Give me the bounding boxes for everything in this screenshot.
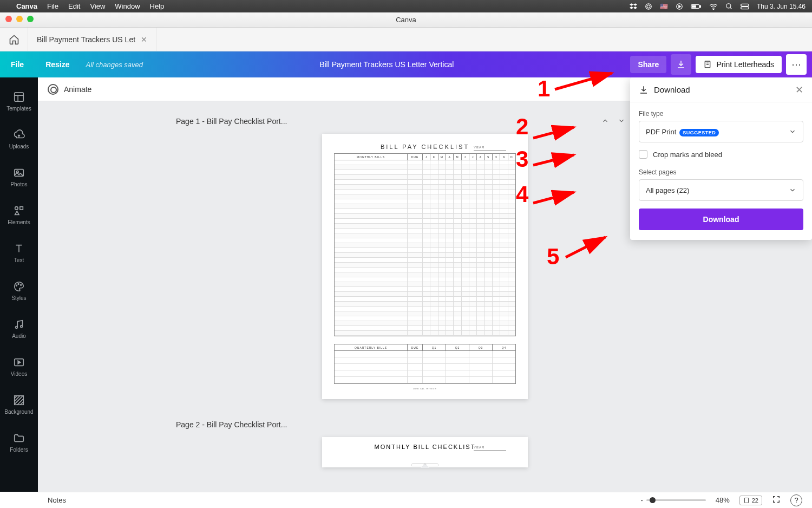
folders-icon [12, 432, 25, 445]
save-status: All changes saved [86, 61, 143, 69]
crop-marks-checkbox[interactable]: Crop marks and bleed [639, 150, 803, 159]
sidebar-item-text[interactable]: Text [0, 235, 38, 270]
page-1-label: Page 1 - Bill Pay Checklist Port... [176, 117, 287, 126]
sidebar-item-photos[interactable]: Photos [0, 159, 38, 194]
window-titlebar: Canva [0, 12, 812, 28]
crop-marks-label: Crop marks and bleed [653, 151, 722, 159]
menubar-edit[interactable]: Edit [68, 2, 80, 10]
file-type-select[interactable]: PDF PrintSUGGESTED [639, 121, 803, 142]
sidebar-item-audio[interactable]: Audio [0, 310, 38, 346]
sidebar-item-uploads[interactable]: Uploads [0, 121, 38, 157]
sidebar-item-templates[interactable]: Templates [0, 83, 38, 119]
year-label: YEAR [474, 146, 506, 151]
tab-label: Bill Payment Trackers US Let [37, 35, 135, 44]
menubar-file[interactable]: File [47, 2, 58, 10]
download-button[interactable]: Download [639, 209, 803, 230]
svg-point-24 [16, 326, 18, 328]
sidebar-item-videos[interactable]: Videos [0, 348, 38, 384]
more-button[interactable]: ⋯ [786, 54, 807, 75]
svg-point-21 [16, 285, 17, 286]
sidebar-item-folders[interactable]: Folders [0, 424, 38, 460]
document-title[interactable]: Bill Payment Trackers US Letter Vertical [154, 60, 619, 69]
svg-rect-33 [744, 498, 748, 503]
close-panel-icon[interactable]: ✕ [795, 84, 803, 96]
menubar-clock[interactable]: Thu 3. Jun 15.46 [757, 3, 806, 10]
share-button[interactable]: Share [630, 56, 666, 73]
traffic-lights[interactable] [5, 16, 34, 22]
spotlight-icon[interactable] [725, 3, 733, 10]
svg-point-22 [18, 283, 19, 284]
uploads-icon [12, 128, 25, 141]
print-button[interactable]: Print Letterheads [696, 56, 782, 73]
page-1-canvas[interactable]: BILL PAY CHECKLIST YEAR MONTHLY BILLS DU… [322, 134, 528, 399]
main-toolbar: File Resize All changes saved Bill Payme… [0, 51, 812, 77]
zoom-slider[interactable]: - [640, 496, 705, 504]
window-title: Canva [396, 16, 416, 24]
svg-point-1 [647, 5, 650, 8]
sidebar-item-background[interactable]: Background [0, 386, 38, 422]
page-indicator[interactable]: 22 [739, 496, 762, 505]
notes-button[interactable]: Notes [48, 496, 66, 504]
download-panel-title: Download [654, 85, 690, 94]
background-icon [12, 394, 25, 407]
left-sidebar: Templates Uploads Photos Elements Text S… [0, 77, 38, 492]
toolbar-resize[interactable]: Resize [40, 57, 75, 72]
page-1-header: Page 1 - Bill Pay Checklist Port... [176, 112, 674, 131]
svg-point-19 [15, 206, 18, 210]
videos-icon [12, 356, 25, 369]
zoom-value[interactable]: 48% [716, 496, 730, 504]
page-2-header: Page 2 - Bill Pay Checklist Port... [176, 415, 674, 434]
macos-menubar: Canva File Edit View Window Help 🇺🇸 Thu … [0, 0, 812, 12]
photos-icon [12, 166, 25, 179]
audio-icon [12, 318, 25, 331]
fullscreen-icon[interactable] [772, 495, 781, 505]
download-icon-button[interactable] [671, 54, 691, 75]
print-button-label: Print Letterheads [716, 60, 774, 69]
download-panel: Download ✕ File type PDF PrintSUGGESTED … [630, 77, 812, 240]
sidebar-item-styles[interactable]: Styles [0, 272, 38, 308]
animate-icon [48, 84, 58, 95]
cc-icon[interactable] [645, 3, 652, 10]
page-2-canvas[interactable]: MONTHLY BILL CHECKLIST YEAR [322, 437, 528, 467]
select-pages-select[interactable]: All pages (22) [639, 179, 803, 201]
svg-rect-14 [15, 92, 24, 101]
file-type-label: File type [639, 110, 803, 118]
elements-icon [12, 204, 25, 217]
collapse-up-icon[interactable] [601, 117, 609, 126]
chevron-down-icon [789, 128, 796, 135]
svg-rect-10 [741, 6, 749, 9]
svg-rect-4 [700, 5, 701, 7]
expand-down-icon[interactable] [618, 117, 625, 126]
canvas-area: Animate Page 1 - Bill Pay Checklist Port… [38, 77, 812, 492]
help-icon[interactable]: ? [790, 494, 802, 506]
page-brand: DIGITAL HYGGE [334, 387, 516, 390]
document-tab[interactable]: Bill Payment Trackers US Let ✕ [28, 28, 156, 51]
suggested-badge: SUGGESTED [679, 129, 719, 136]
svg-point-23 [21, 284, 22, 285]
templates-icon [12, 90, 25, 103]
menubar-help[interactable]: Help [150, 2, 165, 10]
animate-button[interactable]: Animate [64, 85, 91, 94]
play-icon[interactable] [676, 3, 683, 10]
toolbar-file[interactable]: File [5, 57, 29, 72]
svg-rect-9 [741, 4, 749, 6]
select-pages-label: Select pages [639, 168, 803, 176]
svg-rect-20 [20, 206, 23, 210]
control-center-icon[interactable] [741, 3, 749, 10]
tab-close-icon[interactable]: ✕ [141, 35, 147, 44]
menubar-window[interactable]: Window [115, 2, 140, 10]
menubar-view[interactable]: View [90, 2, 105, 10]
svg-point-6 [713, 9, 713, 9]
home-button[interactable] [0, 28, 28, 51]
checkbox-box [639, 150, 647, 159]
wifi-icon[interactable] [709, 3, 718, 10]
chevron-down-icon [789, 186, 796, 194]
svg-point-25 [21, 325, 23, 327]
flag-icon[interactable]: 🇺🇸 [660, 3, 668, 10]
status-bar: Notes - 48% 22 ? [38, 492, 812, 508]
battery-icon[interactable] [691, 3, 702, 10]
tab-row: Bill Payment Trackers US Let ✕ [0, 28, 812, 51]
menubar-app[interactable]: Canva [16, 2, 37, 10]
dropbox-icon[interactable] [630, 3, 637, 10]
sidebar-item-elements[interactable]: Elements [0, 197, 38, 232]
